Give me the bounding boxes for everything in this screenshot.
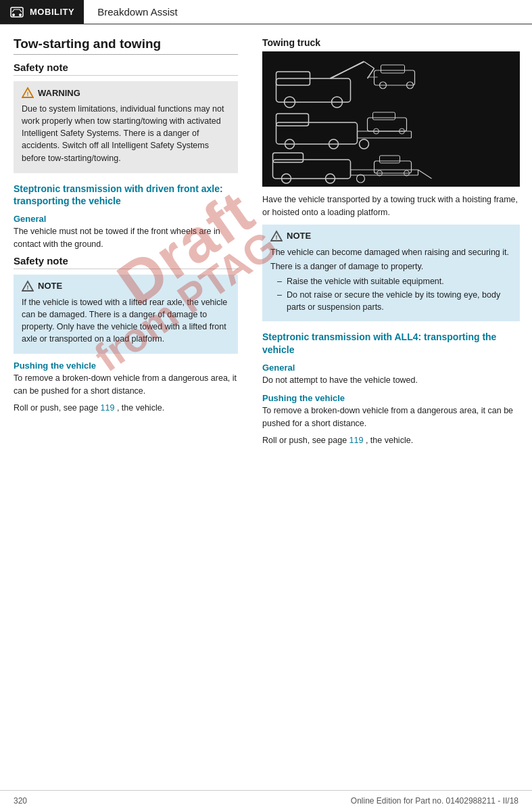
note-text-left: If the vehicle is towed with a lifted re…: [22, 296, 230, 346]
warning-triangle-icon: !: [22, 87, 34, 99]
svg-point-1: [12, 14, 15, 16]
note-box-right: ! NOTE The vehicle can become damaged wh…: [262, 225, 520, 322]
safety-note-label-2: Safety note: [14, 255, 238, 269]
main-content: Tow-starting and towing Safety note ! WA…: [0, 24, 532, 463]
brand-label: MOBILITY: [0, 0, 84, 24]
note-item-1: Raise the vehicle with suitable equipmen…: [277, 275, 512, 287]
note-item-2: Do not raise or secure the vehicle by it…: [277, 289, 512, 313]
steptronic-heading: Steptronic transmission with driven fron…: [14, 183, 238, 207]
page-header: MOBILITY Breakdown Assist: [0, 0, 532, 24]
towing-truck-desc: Have the vehicle transported by a towing…: [262, 193, 520, 219]
note-triangle-icon: !: [22, 280, 34, 292]
pushing-text2-left: Roll or push, see page 119 , the vehicle…: [14, 402, 238, 415]
pushing-text1-right: To remove a broken-down vehicle from a d…: [262, 404, 520, 430]
page-number: 320: [14, 796, 27, 806]
svg-point-2: [19, 14, 22, 16]
note-box-left: ! NOTE If the vehicle is towed with a li…: [14, 275, 238, 354]
pushing-heading-right: Pushing the vehicle: [262, 393, 520, 403]
pushing-heading-left: Pushing the vehicle: [14, 361, 238, 371]
brand-text: MOBILITY: [30, 7, 74, 17]
svg-text:!: !: [276, 234, 278, 241]
towing-truck-image: [262, 51, 520, 187]
svg-text:!: !: [27, 284, 29, 291]
warning-box-1: ! WARNING Due to system limitations, ind…: [14, 81, 238, 173]
note-text1-right: The vehicle can become damaged when rais…: [270, 246, 512, 258]
general-text-left: The vehicle must not be towed if the fro…: [14, 225, 238, 251]
warning-header-1: ! WARNING: [22, 87, 230, 99]
steptronic-all4-heading: Steptronic transmission with ALL4: trans…: [262, 331, 520, 355]
pushing-text2-right: Roll or push, see page 119 , the vehicle…: [262, 434, 520, 447]
note-label-right: NOTE: [287, 231, 311, 241]
pushing-text1-left: To remove a broken-down vehicle from a d…: [14, 372, 238, 398]
safety-note-label-1: Safety note: [14, 62, 238, 76]
pushing-page-link-left[interactable]: 119: [101, 403, 115, 413]
main-heading: Tow-starting and towing: [14, 37, 238, 55]
warning-label-1: WARNING: [38, 88, 80, 98]
page-footer: 320 Online Edition for Part no. 01402988…: [0, 790, 532, 811]
general-text-right: Do not attempt to have the vehicle towed…: [262, 374, 520, 387]
pushing-page-link-right[interactable]: 119: [349, 436, 364, 445]
note-list-right: Raise the vehicle with suitable equipmen…: [270, 275, 512, 313]
note-text2-right: There is a danger of damage to property.: [270, 260, 512, 273]
general-label-right: General: [262, 363, 520, 373]
left-column: Tow-starting and towing Safety note ! WA…: [0, 24, 250, 463]
page-title: Breakdown Assist: [84, 6, 177, 18]
svg-text:!: !: [27, 91, 29, 97]
warning-text-1: Due to system limitations, individual fu…: [22, 103, 230, 164]
right-column: Towing truck: [250, 24, 532, 463]
note-label-left: NOTE: [38, 281, 62, 291]
general-label-left: General: [14, 214, 238, 224]
edition-text: Online Edition for Part no. 01402988211 …: [351, 796, 518, 806]
note-header-left: ! NOTE: [22, 280, 230, 292]
mobility-icon: [9, 5, 24, 20]
note-triangle-icon-right: !: [270, 230, 283, 242]
towing-truck-heading: Towing truck: [262, 37, 520, 49]
note-header-right: ! NOTE: [270, 230, 512, 242]
